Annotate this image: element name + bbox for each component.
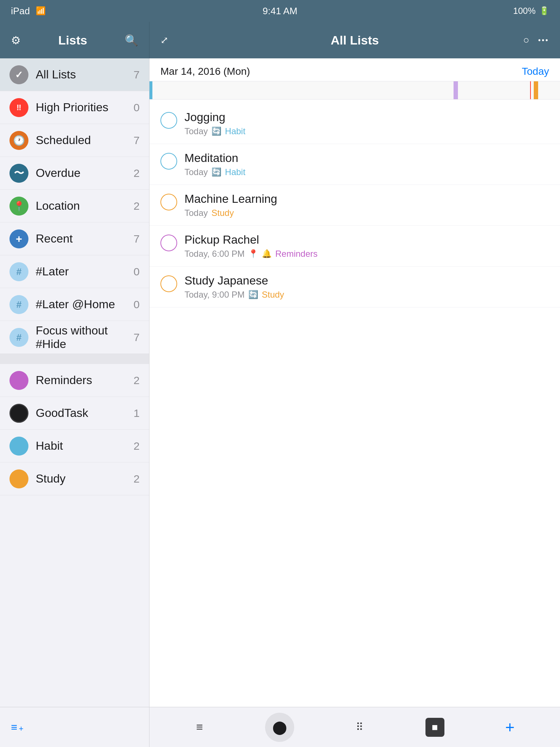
add-list-button[interactable]: ≡ +: [11, 721, 23, 734]
date-bar: Mar 14, 2016 (Mon) Today: [149, 58, 560, 81]
date-label: Mar 14, 2016 (Mon): [160, 66, 250, 77]
task-meta-jogging: Today 🔄 Habit: [184, 126, 549, 136]
later-home-count: 0: [133, 298, 140, 311]
scheduled-label: Scheduled: [36, 133, 126, 147]
task-content-jogging: Jogging Today 🔄 Habit: [184, 111, 549, 136]
high-priorities-icon: ‼: [9, 98, 28, 117]
right-panel-header: ⤢ All Lists ○ •••: [149, 22, 560, 58]
right-toolbar: ≡ ⬤ ⠿ ■ +: [149, 707, 560, 747]
sidebar-item-overdue[interactable]: 〜 Overdue 2: [0, 157, 149, 190]
right-panel: Mar 14, 2016 (Mon) Today Jogging Today: [149, 58, 560, 707]
sidebar-item-scheduled[interactable]: 🕐 Scheduled 7: [0, 124, 149, 157]
all-lists-icon: ✓: [9, 65, 28, 84]
sidebar-item-study[interactable]: Study 2: [0, 462, 149, 495]
high-priorities-label: High Priorities: [36, 101, 126, 114]
add-task-button[interactable]: +: [497, 715, 523, 740]
search-icon[interactable]: 🔍: [125, 34, 138, 47]
repeat-icon-meditation: 🔄: [211, 167, 221, 177]
task-title-meditation: Meditation: [184, 151, 549, 165]
tasks-list: Jogging Today 🔄 Habit Meditation Today 🔄: [149, 100, 560, 707]
more-icon[interactable]: •••: [538, 36, 549, 44]
task-content-machine-learning: Machine Learning Today Study: [184, 192, 549, 218]
goodtask-dot: [9, 404, 28, 423]
focus-icon: #: [9, 328, 28, 347]
circle-icon[interactable]: ○: [523, 34, 529, 46]
later-home-label: #Later @Home: [36, 298, 126, 311]
center-button[interactable]: ⬤: [265, 713, 294, 742]
sidebar-item-habit[interactable]: Habit 2: [0, 430, 149, 462]
right-header-left: ⤢: [160, 35, 168, 46]
sidebar-item-later[interactable]: # #Later 0: [0, 255, 149, 288]
sidebar: ✓ All Lists 7 ‼ High Priorities 0 🕐 Sche…: [0, 58, 149, 707]
sidebar-item-recent[interactable]: + Recent 7: [0, 222, 149, 255]
battery-label: 100%: [513, 6, 536, 16]
task-item-study-japanese[interactable]: Study Japanese Today, 9:00 PM 🔄 Study: [149, 267, 560, 307]
all-lists-count: 7: [133, 69, 140, 81]
sidebar-item-location[interactable]: 📍 Location 2: [0, 190, 149, 222]
settings-icon[interactable]: ⚙: [11, 34, 21, 47]
sidebar-item-later-home[interactable]: # #Later @Home 0: [0, 288, 149, 321]
task-circle-study-japanese: [160, 275, 177, 292]
study-dot: [9, 469, 28, 488]
timeline-inner: [152, 81, 560, 99]
scheduled-count: 7: [133, 134, 140, 147]
later-count: 0: [133, 266, 140, 278]
timeline-marker-orange: [534, 81, 538, 99]
square-button[interactable]: ■: [425, 718, 444, 737]
plus-small-icon: +: [19, 724, 24, 734]
sidebar-item-high-priorities[interactable]: ‼ High Priorities 0: [0, 91, 149, 124]
study-label: Study: [36, 472, 126, 485]
habit-count: 2: [133, 440, 140, 452]
task-meta-machine-learning: Today Study: [184, 208, 549, 218]
reminders-count: 2: [133, 374, 140, 387]
today-button[interactable]: Today: [522, 66, 549, 77]
focus-label: Focus without #Hide: [36, 324, 126, 351]
task-circle-jogging: [160, 112, 177, 129]
bottom-toolbar: ≡ + ≡ ⬤ ⠿ ■ +: [0, 707, 560, 747]
task-item-machine-learning[interactable]: Machine Learning Today Study: [149, 185, 560, 226]
task-list-meditation: Habit: [225, 167, 245, 177]
task-content-study-japanese: Study Japanese Today, 9:00 PM 🔄 Study: [184, 274, 549, 300]
task-title-pickup-rachel: Pickup Rachel: [184, 233, 549, 247]
timeline-marker-purple: [454, 81, 458, 99]
recent-icon: +: [9, 229, 28, 248]
task-list-pickup-rachel: Reminders: [275, 249, 318, 259]
reminders-dot: [9, 371, 28, 390]
main-content: ✓ All Lists 7 ‼ High Priorities 0 🕐 Sche…: [0, 58, 560, 707]
recent-label: Recent: [36, 232, 126, 245]
timeline-left-accent: [149, 81, 152, 99]
task-meta-study-japanese: Today, 9:00 PM 🔄 Study: [184, 290, 549, 300]
task-item-meditation[interactable]: Meditation Today 🔄 Habit: [149, 144, 560, 185]
sidebar-item-reminders[interactable]: Reminders 2: [0, 364, 149, 397]
goodtask-label: GoodTask: [36, 406, 126, 420]
habit-dot: [9, 437, 28, 456]
repeat-icon-jogging: 🔄: [211, 127, 221, 136]
scheduled-icon: 🕐: [9, 131, 28, 150]
timeline-current-time: [530, 81, 531, 99]
sidebar-item-all-lists[interactable]: ✓ All Lists 7: [0, 58, 149, 91]
task-item-jogging[interactable]: Jogging Today 🔄 Habit: [149, 103, 560, 144]
menu-button[interactable]: ≡: [187, 715, 212, 740]
right-panel-title: All Lists: [331, 33, 379, 47]
focus-count: 7: [133, 331, 140, 344]
task-item-pickup-rachel[interactable]: Pickup Rachel Today, 6:00 PM 📍 🔔 Reminde…: [149, 226, 560, 267]
later-icon: #: [9, 262, 28, 281]
center-icon: ⬤: [272, 720, 287, 735]
left-panel-header: ⚙ Lists 🔍: [0, 22, 149, 58]
task-list-study-japanese: Study: [262, 290, 284, 300]
right-header-right: ○ •••: [523, 34, 549, 46]
dot-grid-button[interactable]: ⠿: [347, 715, 373, 740]
expand-icon[interactable]: ⤢: [160, 35, 168, 46]
dot-grid-icon: ⠿: [356, 721, 364, 733]
sidebar-item-goodtask[interactable]: GoodTask 1: [0, 397, 149, 430]
sidebar-item-focus[interactable]: # Focus without #Hide 7: [0, 321, 149, 354]
menu-icon: ≡: [196, 720, 203, 734]
square-icon: ■: [432, 721, 438, 733]
status-right: 100% 🔋: [513, 6, 549, 16]
habit-label: Habit: [36, 439, 126, 453]
section-divider: [0, 354, 149, 364]
left-panel-title: Lists: [21, 33, 125, 47]
status-left: iPad 📶: [11, 5, 46, 17]
add-list-icon: ≡: [11, 721, 18, 734]
recent-count: 7: [133, 233, 140, 245]
